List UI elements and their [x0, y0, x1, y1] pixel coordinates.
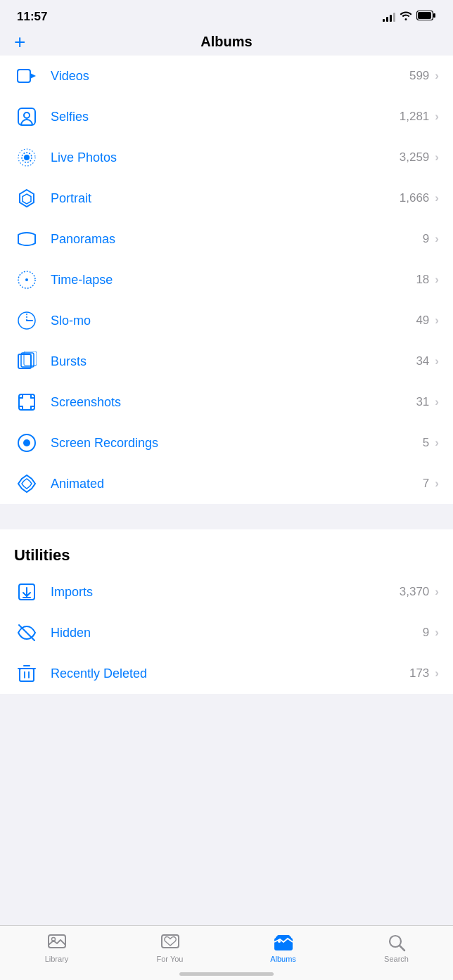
- search-tab[interactable]: Search: [369, 933, 425, 963]
- svg-marker-4: [30, 73, 36, 79]
- utilities-section: Utilities Imports 3,370 › Hidden 9 ›: [0, 529, 453, 694]
- albums-tab-icon: [273, 933, 294, 953]
- library-tab-icon: [46, 933, 68, 953]
- list-item[interactable]: Bursts 34 ›: [0, 341, 453, 382]
- for-you-tab-label: For You: [157, 955, 184, 963]
- svg-point-23: [51, 938, 55, 941]
- recently-deleted-icon: [14, 661, 39, 686]
- list-item[interactable]: Selfies 1,281 ›: [0, 96, 453, 137]
- status-time: 11:57: [17, 10, 47, 24]
- screenshots-icon: [14, 389, 39, 415]
- selfies-icon: [14, 104, 39, 129]
- svg-rect-2: [418, 12, 431, 19]
- battery-icon: [416, 11, 436, 23]
- svg-line-20: [19, 625, 34, 640]
- home-indicator: [179, 972, 274, 976]
- list-item[interactable]: Recently Deleted 173 ›: [0, 653, 453, 694]
- list-item[interactable]: Slo-mo 49 ›: [0, 300, 453, 341]
- portrait-icon: [14, 186, 39, 211]
- svg-rect-27: [276, 936, 291, 939]
- list-item[interactable]: Screen Recordings 5 ›: [0, 423, 453, 463]
- status-icons: [383, 11, 436, 23]
- svg-rect-21: [20, 669, 34, 681]
- svg-rect-5: [18, 108, 35, 125]
- list-item[interactable]: Imports 3,370 ›: [0, 572, 453, 612]
- list-item[interactable]: Videos 599 ›: [0, 56, 453, 96]
- status-bar: 11:57: [0, 0, 453, 28]
- svg-point-6: [24, 112, 30, 118]
- svg-rect-1: [433, 13, 435, 18]
- panoramas-icon: [14, 226, 39, 252]
- bursts-icon: [14, 349, 39, 374]
- list-item[interactable]: Panoramas 9 ›: [0, 219, 453, 259]
- svg-rect-3: [18, 70, 30, 82]
- svg-rect-16: [19, 394, 34, 410]
- nav-bar: + Albums: [0, 28, 453, 56]
- search-tab-label: Search: [384, 955, 409, 963]
- nav-title: Albums: [200, 34, 252, 50]
- list-item[interactable]: Live Photos 3,259 ›: [0, 137, 453, 178]
- video-icon: [14, 63, 39, 89]
- media-types-section: Videos 599 › Selfies 1,281 › Live Photos…: [0, 56, 453, 504]
- timelapse-icon: [14, 267, 39, 292]
- slomo-icon: [14, 308, 39, 333]
- list-item[interactable]: Portrait 1,666 ›: [0, 178, 453, 219]
- library-tab-label: Library: [45, 955, 69, 963]
- for-you-tab[interactable]: For You: [142, 933, 198, 963]
- svg-point-7: [24, 155, 30, 160]
- list-item[interactable]: Time-lapse 18 ›: [0, 259, 453, 300]
- section-gap: [0, 504, 453, 529]
- add-album-button[interactable]: +: [14, 32, 25, 52]
- search-tab-icon: [386, 933, 407, 953]
- albums-tab[interactable]: Albums: [255, 933, 312, 963]
- screen-recordings-icon: [14, 430, 39, 456]
- wifi-icon: [400, 11, 412, 23]
- svg-point-28: [278, 940, 281, 943]
- for-you-tab-icon: [160, 933, 181, 953]
- animated-icon: [14, 471, 39, 496]
- list-item[interactable]: Animated 7 ›: [0, 463, 453, 504]
- svg-point-18: [23, 439, 30, 446]
- svg-rect-22: [49, 935, 65, 948]
- svg-point-11: [25, 278, 28, 281]
- svg-rect-13: [18, 354, 31, 368]
- hidden-icon: [14, 620, 39, 645]
- list-item[interactable]: Screenshots 31 ›: [0, 382, 453, 423]
- utilities-header: Utilities: [0, 529, 453, 572]
- library-tab[interactable]: Library: [29, 933, 85, 963]
- live-photos-icon: [14, 145, 39, 170]
- list-item[interactable]: Hidden 9 ›: [0, 612, 453, 653]
- albums-tab-label: Albums: [270, 955, 296, 963]
- imports-icon: [14, 579, 39, 605]
- signal-icon: [383, 12, 395, 22]
